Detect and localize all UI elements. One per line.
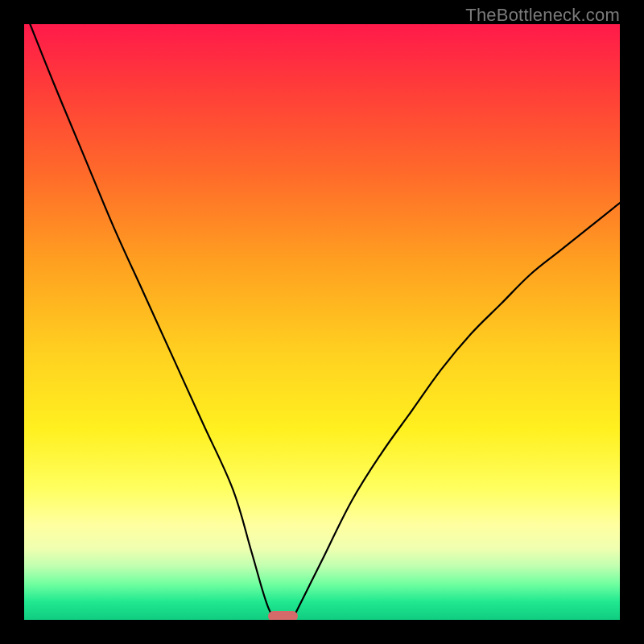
chart-frame: TheBottleneck.com [0, 0, 644, 644]
bottleneck-marker [268, 611, 298, 620]
right-curve [292, 203, 620, 620]
plot-area [24, 24, 620, 620]
watermark: TheBottleneck.com [465, 5, 620, 26]
left-curve [30, 24, 274, 620]
curve-layer [24, 24, 620, 620]
